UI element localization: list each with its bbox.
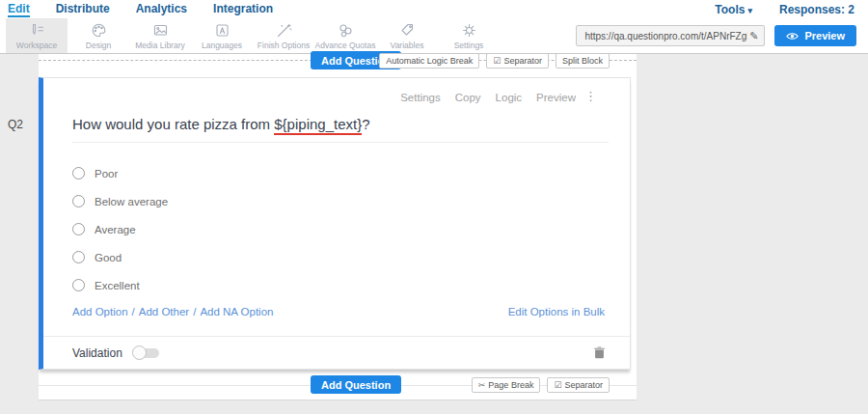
validation-toggle[interactable] [134, 348, 159, 358]
checkbox-icon: ☑ [554, 381, 561, 390]
question-preview-action[interactable]: Preview [536, 92, 576, 103]
nav-tab-integration[interactable]: Integration [213, 2, 273, 17]
top-nav: Edit Distribute Analytics Integration To… [0, 0, 868, 18]
question-text-after: ? [362, 116, 369, 132]
question-text-before: How would you rate pizza from [72, 116, 274, 132]
tab-label: Design [86, 41, 111, 50]
tab-label: Media Library [135, 41, 185, 50]
tools-menu[interactable]: Tools▾ [715, 3, 752, 16]
question-id-label: Q2 [8, 118, 23, 131]
separator-button-top[interactable]: ☑Separator [486, 53, 549, 69]
chip-label: Split Block [562, 56, 603, 66]
editor-toolbar: Workspace Design Media Library Languages… [0, 18, 868, 54]
add-question-button-bottom[interactable]: Add Question [311, 375, 401, 394]
nav-tab-edit[interactable]: Edit [8, 2, 30, 17]
more-options-icon[interactable]: ⋮ [584, 89, 597, 103]
radio-icon[interactable] [72, 223, 85, 235]
survey-panel: Add Question Automatic Logic Break ☑Sepa… [39, 54, 637, 400]
nav-tab-analytics[interactable]: Analytics [136, 2, 187, 17]
responses-link[interactable]: Responses: 2 [779, 3, 854, 16]
add-option-links: Add Option/Add Other/Add NA Option [72, 306, 273, 317]
question-copy-action[interactable]: Copy [455, 92, 481, 103]
tab-label: Advance Quotas [315, 41, 376, 50]
automatic-logic-break-button[interactable]: Automatic Logic Break [379, 53, 479, 69]
link-separator: / [132, 306, 135, 317]
question-card: Settings Copy Logic Preview ⋮ How would … [39, 77, 631, 370]
separator-button-bottom[interactable]: ☑Separator [547, 377, 610, 393]
tab-advance-quotas[interactable]: Advance Quotas [314, 18, 376, 53]
tab-label: Workspace [16, 41, 57, 50]
radio-icon[interactable] [72, 195, 85, 207]
bottom-strip-actions: ✂Page Break ☑Separator [472, 377, 610, 393]
add-other-link[interactable]: Add Other [139, 306, 189, 317]
translate-icon [214, 22, 231, 39]
page-break-icon: ✂ [478, 381, 486, 390]
piping-text-token[interactable]: ${piping_text} [274, 116, 362, 135]
tag-icon [399, 22, 416, 39]
page-break-button[interactable]: ✂Page Break [472, 377, 541, 393]
edit-options-in-bulk-link[interactable]: Edit Options in Bulk [508, 306, 605, 317]
tab-label: Languages [202, 41, 242, 50]
tab-label: Settings [454, 41, 484, 50]
toggle-knob [132, 345, 147, 360]
workspace-icon [29, 22, 45, 39]
checkbox-icon: ☑ [493, 57, 501, 66]
chip-label: Page Break [488, 380, 533, 390]
option-label[interactable]: Good [95, 252, 122, 263]
option-row[interactable]: Poor [72, 159, 168, 187]
nav-right: Tools▾ Responses: 2 [715, 3, 854, 16]
tab-languages[interactable]: Languages [191, 18, 253, 53]
option-row[interactable]: Average [72, 215, 168, 243]
option-label[interactable]: Below average [95, 196, 168, 207]
option-row[interactable]: Below average [72, 187, 168, 215]
preview-button[interactable]: Preview [774, 25, 856, 46]
radio-icon[interactable] [72, 167, 85, 179]
delete-question-icon[interactable] [594, 346, 605, 359]
radio-icon[interactable] [72, 279, 85, 291]
validation-label: Validation [72, 346, 122, 360]
insert-strip-top: Add Question Automatic Logic Break ☑Sepa… [39, 54, 637, 77]
tools-label: Tools [715, 3, 745, 16]
tab-variables[interactable]: Variables [376, 18, 438, 53]
toolbar-tabs: Workspace Design Media Library Languages… [0, 18, 500, 53]
option-label[interactable]: Average [95, 224, 136, 235]
tab-media-library[interactable]: Media Library [129, 18, 191, 53]
chain-links-icon [338, 22, 354, 39]
add-option-link[interactable]: Add Option [72, 306, 128, 317]
workspace-area: Q2 Add Question Automatic Logic Break ☑S… [0, 54, 868, 414]
palette-icon [91, 22, 107, 39]
question-actions: Settings Copy Logic Preview [400, 92, 576, 103]
add-na-option-link[interactable]: Add NA Option [200, 306, 273, 317]
preview-label: Preview [804, 30, 845, 41]
survey-url-box: ✎ [576, 25, 765, 46]
question-text[interactable]: How would you rate pizza from ${piping_t… [72, 116, 609, 143]
tab-label: Finish Options [258, 41, 310, 50]
chip-label: Automatic Logic Break [386, 56, 473, 66]
validation-row: Validation [43, 336, 630, 369]
option-label[interactable]: Excellent [95, 280, 140, 291]
tab-label: Variables [391, 41, 424, 50]
tab-design[interactable]: Design [68, 18, 129, 53]
option-label[interactable]: Poor [95, 168, 118, 179]
question-logic-action[interactable]: Logic [496, 92, 523, 103]
option-row[interactable]: Excellent [72, 271, 168, 299]
link-separator: / [193, 306, 196, 317]
radio-icon[interactable] [72, 251, 85, 263]
tab-workspace[interactable]: Workspace [6, 18, 68, 53]
gear-icon [461, 22, 477, 39]
image-icon [152, 22, 169, 39]
question-settings-action[interactable]: Settings [400, 92, 441, 103]
chevron-down-icon: ▾ [747, 6, 752, 15]
tab-settings[interactable]: Settings [438, 18, 500, 53]
magic-wand-icon [276, 22, 292, 39]
answer-options: Poor Below average Average Good Excellen… [72, 159, 168, 299]
top-strip-actions: Automatic Logic Break ☑Separator Split B… [379, 53, 610, 69]
split-block-button[interactable]: Split Block [556, 53, 610, 69]
insert-strip-bottom: Add Question ✂Page Break ☑Separator [39, 374, 637, 398]
edit-pencil-icon[interactable]: ✎ [749, 30, 758, 42]
tab-finish-options[interactable]: Finish Options [253, 18, 314, 53]
option-row[interactable]: Good [72, 243, 168, 271]
eye-icon [786, 32, 799, 41]
survey-url-input[interactable] [583, 30, 749, 42]
nav-tab-distribute[interactable]: Distribute [56, 2, 110, 17]
